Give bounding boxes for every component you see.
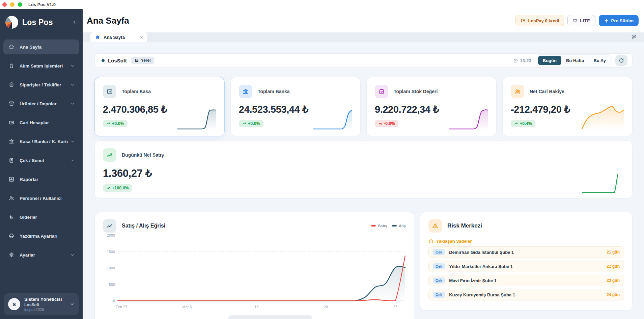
cheque-badge: Çek: [433, 263, 445, 269]
users-icon: [511, 85, 524, 98]
arrow-up-icon: [604, 18, 609, 23]
range-button-bu-hafta[interactable]: Bu Hafta: [561, 56, 589, 65]
svg-text:0: 0: [113, 299, 115, 303]
bank-icon: [8, 138, 15, 145]
user-menu[interactable]: S Sistem Yöneticisi LosSoft lospos2026: [4, 293, 79, 315]
sparkline: [448, 109, 489, 130]
sidebar-item-urunler[interactable]: Ürünler / Depolar: [3, 96, 79, 111]
net-sales-card[interactable]: Bugünkü Net Satış 1.360,27 ₺ +100.0%: [94, 140, 633, 198]
offline-layers-icon[interactable]: [631, 34, 637, 40]
lospay-credit-button[interactable]: LosPay 0 kredi: [515, 15, 564, 26]
delta-badge: -0.0%: [375, 120, 398, 127]
user-code: lospos2026: [24, 308, 70, 312]
app-window: Los Pos V1.0 Los Pos Ana Sayfa Alım Sat: [0, 0, 644, 319]
trend-up-icon: [242, 122, 246, 126]
stat-card-toplam-stok[interactable]: Toplam Stok Değeri 9.220.722,34 ₺ -0.0%: [366, 77, 497, 136]
status-bar: LosSoft Yerel 13:23 Bugün Bu Hafta Bu Ay: [94, 53, 633, 68]
legend-satis[interactable]: Satış: [371, 224, 387, 228]
chevron-down-icon: [71, 253, 75, 257]
date-range-selector: Bugün Bu Hafta Bu Ay: [537, 54, 612, 67]
due-item-row[interactable]: Çek Demirhan Gıda İstanbul Şube 1 21 gün: [428, 246, 624, 258]
sidebar-item-cek-senet[interactable]: Çek / Senet: [3, 153, 79, 168]
local-mode-badge: Yerel: [131, 57, 154, 64]
line-chart[interactable]: 0500100015002000Feb 27Mar 6132027: [103, 233, 407, 314]
sidebar-item-ana-sayfa[interactable]: Ana Sayfa: [3, 39, 79, 54]
close-icon[interactable]: [139, 35, 144, 39]
due-item-row[interactable]: Çek Kuzey Kuruyemiş Bursa Şube 1 24 gün: [428, 289, 624, 300]
bar-chart-icon: [8, 176, 15, 183]
window-minimize-button[interactable]: [10, 2, 15, 7]
sidebar-item-ayarlar[interactable]: Ayarlar: [3, 247, 79, 262]
sidebar: Los Pos Ana Sayfa Alım Satım İşlemleri: [0, 9, 83, 319]
ledger-icon: [8, 157, 15, 164]
chevron-down-icon: [71, 102, 75, 106]
clock-icon: [513, 58, 518, 63]
sidebar-item-giderler[interactable]: Giderler: [3, 210, 79, 224]
clipboard-icon: [8, 81, 15, 88]
sidebar-item-personel[interactable]: Personel / Kullanıcı: [3, 191, 79, 206]
days-left: 24 gün: [607, 292, 620, 297]
window-title: Los Pos V1.0: [28, 2, 56, 7]
wallet-icon: [103, 85, 116, 98]
sidebar-item-cari-hesaplar[interactable]: Cari Hesaplar: [3, 115, 79, 130]
wallet-icon: [8, 119, 15, 126]
delta-badge: +0.0%: [103, 120, 128, 127]
app-logo-text: Los Pos: [22, 18, 72, 27]
sidebar-nav: Ana Sayfa Alım Satım İşlemleri Siparişle…: [0, 36, 83, 290]
sidebar-item-raporlar[interactable]: Raporlar: [3, 172, 79, 187]
due-item-row[interactable]: Çek Yıldız Marketler Ankara Şube 1 22 gü…: [428, 261, 624, 272]
risk-panel-title: Risk Merkezi: [447, 222, 482, 229]
window-zoom-button[interactable]: [18, 2, 22, 7]
chevron-down-icon: [71, 83, 75, 87]
days-left: 22 gün: [607, 264, 620, 269]
cheque-badge: Çek: [433, 249, 445, 255]
net-sales-value: 1.360,27 ₺: [103, 167, 624, 180]
range-button-bugun[interactable]: Bugün: [538, 56, 561, 65]
sidebar-item-yazdirma[interactable]: Yazdırma Ayarları: [3, 229, 79, 243]
page-title: Ana Sayfa: [87, 16, 515, 26]
tab-ana-sayfa[interactable]: Ana Sayfa: [90, 32, 147, 42]
user-name: Sistem Yöneticisi: [24, 297, 70, 302]
due-item-row[interactable]: Çek Mavi Fırın İzmir Şube 1 23 gün: [428, 275, 624, 286]
chevron-down-icon: [71, 64, 75, 68]
clipboard-check-icon: [375, 85, 388, 98]
clock: 13:23: [513, 58, 531, 63]
home-icon: [8, 44, 15, 50]
svg-text:13: 13: [254, 305, 258, 309]
archive-box-icon: [8, 100, 15, 107]
stat-card-toplam-banka[interactable]: Toplam Banka 24.523.553,44 ₺ +0.0%: [230, 77, 361, 136]
stat-card-toplam-kasa[interactable]: Toplam Kasa 2.470.306,85 ₺ +0.0%: [94, 77, 225, 136]
svg-text:27: 27: [393, 305, 397, 309]
shield-icon: [572, 18, 578, 23]
cheque-badge: Çek: [433, 292, 445, 298]
upcoming-dues-heading: Yaklaşan Vadeler: [428, 239, 624, 244]
window-close-button[interactable]: [2, 2, 7, 7]
trend-up-icon: [103, 148, 116, 162]
sidebar-collapse-button[interactable]: [72, 20, 77, 25]
sidebar-item-alim-satim[interactable]: Alım Satım İşlemleri: [3, 58, 79, 73]
days-left: 23 gün: [607, 278, 620, 283]
cheque-badge: Çek: [433, 277, 445, 284]
status-dot: [102, 59, 105, 62]
lite-plan-badge[interactable]: LITE: [567, 15, 595, 26]
expense-lira-icon: [8, 214, 15, 220]
delta-badge: +0.4%: [511, 120, 535, 127]
pro-upgrade-button[interactable]: Pro Sürüm: [599, 15, 639, 26]
chart-zoom-slider[interactable]: [228, 315, 312, 319]
calendar-icon: [428, 239, 433, 244]
trend-up-icon: [514, 122, 518, 126]
chart-title: Satış / Alış Eğrisi: [122, 223, 371, 229]
legend-alis[interactable]: Alış: [392, 224, 406, 228]
svg-text:Mar 6: Mar 6: [183, 305, 192, 309]
trend-up-icon: [103, 219, 116, 233]
refresh-button[interactable]: [615, 55, 627, 66]
stat-card-net-cari[interactable]: Net Cari Bakiye -212.479,20 ₺ +0.4%: [502, 77, 633, 136]
sidebar-item-kasa-banka[interactable]: Kasa / Banka / K. Kartı: [3, 134, 79, 149]
svg-text:20: 20: [324, 305, 328, 309]
wallet-card-icon: [521, 18, 526, 23]
trend-up-icon: [106, 186, 110, 190]
warning-icon: [428, 219, 442, 233]
sidebar-item-siparisler[interactable]: Siparişler / Teklifler: [3, 77, 79, 92]
range-button-bu-ay[interactable]: Bu Ay: [589, 56, 611, 65]
window-titlebar: Los Pos V1.0: [0, 0, 644, 9]
